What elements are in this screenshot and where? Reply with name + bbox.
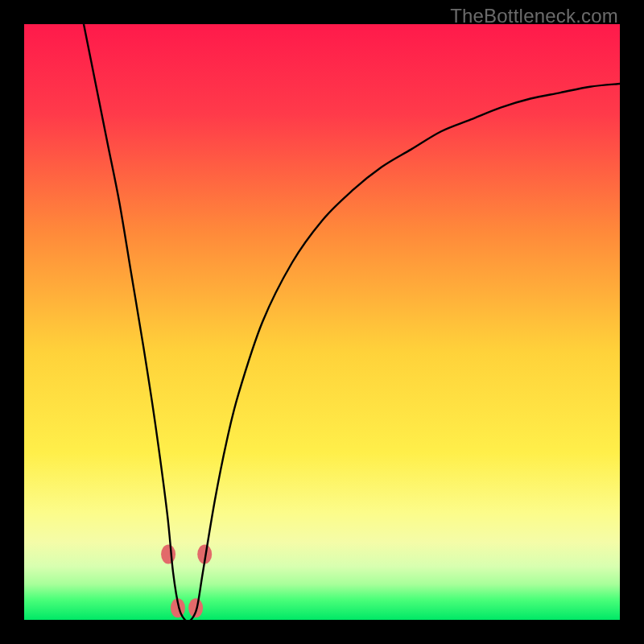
bottleneck-curve [84,24,620,620]
chart-frame: TheBottleneck.com [0,0,644,644]
watermark-text: TheBottleneck.com [450,5,618,27]
plot-area [24,24,620,620]
marker-right-lower [188,598,203,617]
data-markers [161,545,212,618]
curve-layer [24,24,620,620]
marker-left-upper [161,545,175,564]
